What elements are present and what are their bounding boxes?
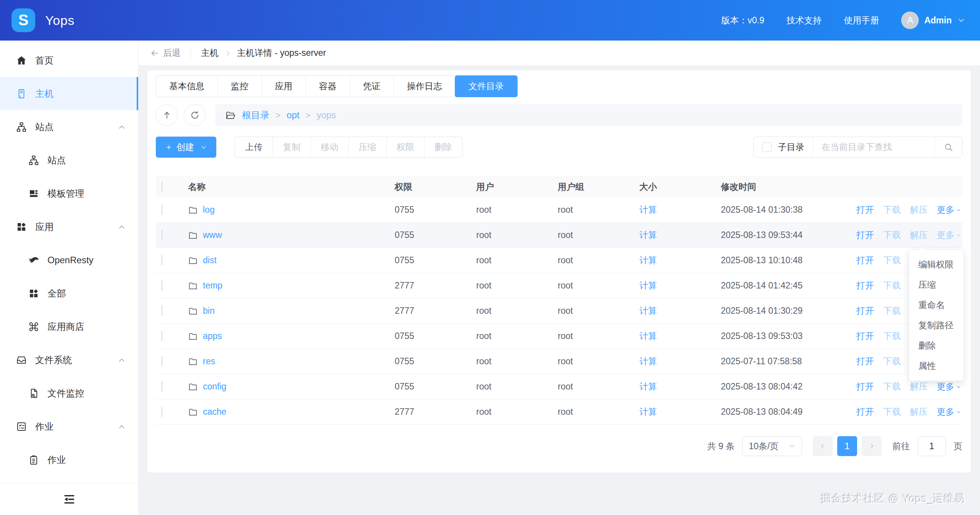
support-link[interactable]: 技术支持 <box>786 15 822 26</box>
subdir-checkbox[interactable] <box>762 142 772 152</box>
size-compute-link[interactable]: 计算 <box>639 407 657 417</box>
action-解压[interactable]: 解压 <box>910 204 928 216</box>
user-menu[interactable]: A Admin <box>901 11 965 29</box>
action-解压[interactable]: 解压 <box>910 381 928 393</box>
size-compute-link[interactable]: 计算 <box>639 306 657 316</box>
goto-page-input[interactable] <box>918 436 946 456</box>
tab-监控[interactable]: 监控 <box>217 76 261 97</box>
sidebar-item-OpenResty[interactable]: OpenResty <box>0 243 138 277</box>
action-打开[interactable]: 打开 <box>856 381 874 393</box>
sidebar-item-全部[interactable]: 全部 <box>0 277 138 310</box>
row-checkbox[interactable] <box>162 406 162 417</box>
action-打开[interactable]: 打开 <box>856 204 874 216</box>
create-button[interactable]: 创建 <box>156 137 216 158</box>
action-下载[interactable]: 下载 <box>883 204 901 216</box>
dropdown-item-重命名[interactable]: 重命名 <box>909 295 964 315</box>
file-name-link[interactable]: temp <box>203 280 222 291</box>
page-size-select[interactable]: 10条/页 <box>742 436 802 456</box>
search-input[interactable] <box>813 142 934 152</box>
select-all-checkbox[interactable] <box>162 181 162 192</box>
tab-文件目录[interactable]: 文件目录 <box>455 75 518 97</box>
row-checkbox[interactable] <box>162 381 162 392</box>
collapse-sidebar-icon[interactable] <box>63 493 76 506</box>
sidebar-item-主机[interactable]: 主机 <box>0 77 138 110</box>
tab-容器[interactable]: 容器 <box>305 76 350 97</box>
size-compute-link[interactable]: 计算 <box>639 356 657 366</box>
dropdown-item-复制路径[interactable]: 复制路径 <box>909 315 964 336</box>
path-segment-opt[interactable]: opt <box>287 110 299 120</box>
action-更多[interactable]: 更多 <box>937 381 962 393</box>
size-compute-link[interactable]: 计算 <box>639 331 657 341</box>
dropdown-item-压缩[interactable]: 压缩 <box>909 275 964 295</box>
row-checkbox[interactable] <box>162 204 162 215</box>
sidebar-item-作业[interactable]: 作业 <box>0 410 138 443</box>
search-button[interactable] <box>934 137 962 157</box>
file-name-link[interactable]: res <box>203 356 215 367</box>
row-checkbox[interactable] <box>162 356 162 367</box>
dropdown-item-删除[interactable]: 删除 <box>909 336 964 356</box>
manual-link[interactable]: 使用手册 <box>844 15 879 26</box>
action-打开[interactable]: 打开 <box>856 254 874 266</box>
action-解压[interactable]: 解压 <box>910 229 928 241</box>
tab-操作日志[interactable]: 操作日志 <box>394 76 455 97</box>
go-up-button[interactable] <box>156 104 178 126</box>
file-name-link[interactable]: cache <box>203 407 226 417</box>
action-下载[interactable]: 下载 <box>883 330 901 342</box>
sidebar-item-首页[interactable]: 首页 <box>0 44 138 77</box>
file-name-link[interactable]: apps <box>203 331 222 341</box>
row-checkbox[interactable] <box>162 280 162 291</box>
sidebar-item-模板管理[interactable]: 模板管理 <box>0 177 138 210</box>
back-button[interactable]: 后退 <box>150 47 181 59</box>
action-下载[interactable]: 下载 <box>883 254 901 266</box>
action-下载[interactable]: 下载 <box>883 229 901 241</box>
sidebar-item-文件系统[interactable]: 文件系统 <box>0 343 138 376</box>
row-checkbox[interactable] <box>162 305 162 316</box>
file-name-link[interactable]: bin <box>203 306 215 316</box>
dropdown-item-编辑权限[interactable]: 编辑权限 <box>909 254 964 275</box>
sidebar-item-站点[interactable]: 站点 <box>0 143 138 177</box>
size-compute-link[interactable]: 计算 <box>639 381 657 391</box>
action-打开[interactable]: 打开 <box>856 305 874 317</box>
next-page-button[interactable] <box>862 436 882 456</box>
action-打开[interactable]: 打开 <box>856 330 874 342</box>
size-compute-link[interactable]: 计算 <box>639 255 657 265</box>
action-下载[interactable]: 下载 <box>883 355 901 367</box>
sidebar-item-应用商店[interactable]: 应用商店 <box>0 310 138 343</box>
row-checkbox[interactable] <box>162 230 162 240</box>
action-打开[interactable]: 打开 <box>856 229 874 241</box>
action-下载[interactable]: 下载 <box>883 381 901 393</box>
tab-应用[interactable]: 应用 <box>261 76 305 97</box>
tab-基本信息[interactable]: 基本信息 <box>156 76 217 97</box>
action-打开[interactable]: 打开 <box>856 280 874 292</box>
file-name-link[interactable]: www <box>203 230 222 240</box>
size-compute-link[interactable]: 计算 <box>639 230 657 240</box>
current-page-button[interactable]: 1 <box>837 436 857 456</box>
action-下载[interactable]: 下载 <box>883 406 901 418</box>
toolbar-button-上传[interactable]: 上传 <box>235 137 273 157</box>
sidebar-item-作业[interactable]: 作业 <box>0 443 138 476</box>
sidebar-item-应用[interactable]: 应用 <box>0 210 138 243</box>
file-name-link[interactable]: log <box>203 205 215 215</box>
action-更多[interactable]: 更多 <box>937 204 962 216</box>
action-更多[interactable]: 更多 <box>937 229 962 241</box>
row-checkbox[interactable] <box>162 255 162 266</box>
file-name-link[interactable]: config <box>203 381 226 392</box>
tab-凭证[interactable]: 凭证 <box>350 76 394 97</box>
action-打开[interactable]: 打开 <box>856 355 874 367</box>
file-name-link[interactable]: dist <box>203 255 217 266</box>
prev-page-button[interactable] <box>813 436 833 456</box>
path-segment-根目录[interactable]: 根目录 <box>242 110 270 120</box>
action-下载[interactable]: 下载 <box>883 280 901 292</box>
refresh-button[interactable] <box>184 104 206 126</box>
action-更多[interactable]: 更多 <box>937 406 962 418</box>
size-compute-link[interactable]: 计算 <box>639 205 657 215</box>
size-compute-link[interactable]: 计算 <box>639 280 657 290</box>
row-checkbox[interactable] <box>162 331 162 341</box>
action-打开[interactable]: 打开 <box>856 406 874 418</box>
action-解压[interactable]: 解压 <box>910 406 928 418</box>
sidebar-item-站点[interactable]: 站点 <box>0 110 138 143</box>
breadcrumb-item-host[interactable]: 主机 <box>201 47 219 59</box>
dropdown-item-属性[interactable]: 属性 <box>909 356 964 376</box>
sidebar-item-文件监控[interactable]: 文件监控 <box>0 376 138 410</box>
action-下载[interactable]: 下载 <box>883 305 901 317</box>
